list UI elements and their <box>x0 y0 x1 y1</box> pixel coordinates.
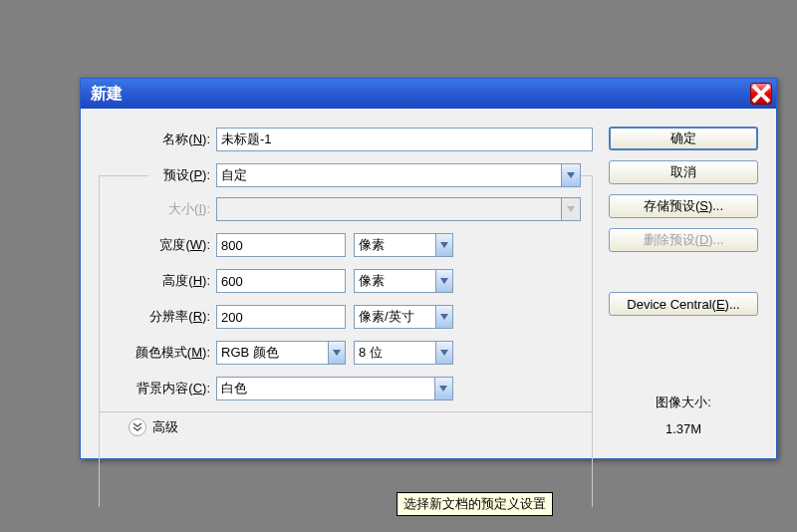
preset-label: 预设(P): <box>148 166 216 184</box>
colormode-value[interactable] <box>217 342 328 364</box>
chevron-down-icon <box>567 206 575 212</box>
titlebar: 新建 <box>81 79 776 109</box>
advanced-row: 高级 <box>99 418 593 436</box>
resolution-label: 分辨率(R): <box>99 308 216 326</box>
advanced-toggle[interactable] <box>129 418 146 436</box>
chevron-down-icon <box>440 278 448 284</box>
device-central-button[interactable]: Device Central(E)... <box>609 292 758 316</box>
new-document-dialog: 新建 名称(N): 预设(P): 大小(I <box>80 78 777 459</box>
name-input[interactable] <box>216 128 593 151</box>
height-unit-arrow[interactable] <box>435 270 452 292</box>
size-value <box>217 198 561 220</box>
dialog-title: 新建 <box>91 84 750 105</box>
preset-combo[interactable] <box>216 163 581 187</box>
width-row: 宽度(W): <box>99 232 581 258</box>
resolution-row: 分辨率(R): <box>99 304 581 330</box>
preset-dropdown-arrow[interactable] <box>561 164 580 186</box>
resolution-unit-value[interactable] <box>355 306 435 328</box>
image-size-label: 图像大小: <box>609 394 758 411</box>
right-panel: 确定 取消 存储预设(S)... 删除预设(D)... Device Centr… <box>609 127 758 436</box>
resolution-unit-combo[interactable] <box>354 305 453 329</box>
close-icon <box>751 84 771 104</box>
height-label: 高度(H): <box>99 272 216 290</box>
cancel-button[interactable]: 取消 <box>609 160 758 184</box>
width-label: 宽度(W): <box>99 236 216 254</box>
chevron-down-icon <box>439 386 447 392</box>
tooltip: 选择新文档的预定义设置 <box>397 492 553 516</box>
resolution-unit-arrow[interactable] <box>435 306 452 328</box>
size-combo <box>216 197 581 221</box>
left-panel: 名称(N): 预设(P): 大小(I): <box>99 127 593 436</box>
preset-value[interactable] <box>217 164 561 186</box>
chevron-down-icon <box>440 350 448 356</box>
width-unit-combo[interactable] <box>354 233 453 257</box>
colormode-combo[interactable] <box>216 341 346 365</box>
resolution-input[interactable] <box>216 305 346 329</box>
background-arrow[interactable] <box>434 378 452 399</box>
width-unit-value[interactable] <box>355 234 435 256</box>
size-label: 大小(I): <box>99 200 216 218</box>
size-row: 大小(I): <box>99 196 581 222</box>
chevron-down-icon <box>567 172 575 178</box>
background-row: 背景内容(C): <box>99 376 581 401</box>
width-input[interactable] <box>216 233 346 257</box>
chevron-down-icon <box>440 242 448 248</box>
ok-button[interactable]: 确定 <box>609 127 758 150</box>
background-label: 背景内容(C): <box>99 380 216 398</box>
colormode-arrow[interactable] <box>328 342 345 364</box>
height-unit-value[interactable] <box>355 270 435 292</box>
advanced-label: 高级 <box>152 418 178 436</box>
size-dropdown-arrow <box>561 198 580 220</box>
bitdepth-arrow[interactable] <box>435 342 452 364</box>
background-combo[interactable] <box>216 377 453 400</box>
colormode-row: 颜色模式(M): <box>99 340 581 366</box>
dialog-body: 名称(N): 预设(P): 大小(I): <box>81 109 776 458</box>
delete-preset-button: 删除预设(D)... <box>609 228 758 252</box>
chevron-down-icon <box>440 314 448 320</box>
bitdepth-value[interactable] <box>355 342 435 364</box>
height-input[interactable] <box>216 269 346 293</box>
image-size-section: 图像大小: 1.37M <box>609 344 758 436</box>
width-unit-arrow[interactable] <box>435 234 452 256</box>
height-unit-combo[interactable] <box>354 269 453 293</box>
background-value[interactable] <box>217 378 434 399</box>
chevron-down-icon <box>333 350 341 356</box>
name-label: 名称(N): <box>99 131 216 148</box>
image-size-value: 1.37M <box>609 421 758 436</box>
close-button[interactable] <box>750 83 772 105</box>
colormode-label: 颜色模式(M): <box>99 344 216 362</box>
bitdepth-combo[interactable] <box>354 341 453 365</box>
name-row: 名称(N): <box>99 127 593 152</box>
save-preset-button[interactable]: 存储预设(S)... <box>609 194 758 218</box>
chevron-down-double-icon <box>133 422 142 432</box>
height-row: 高度(H): <box>99 268 581 294</box>
